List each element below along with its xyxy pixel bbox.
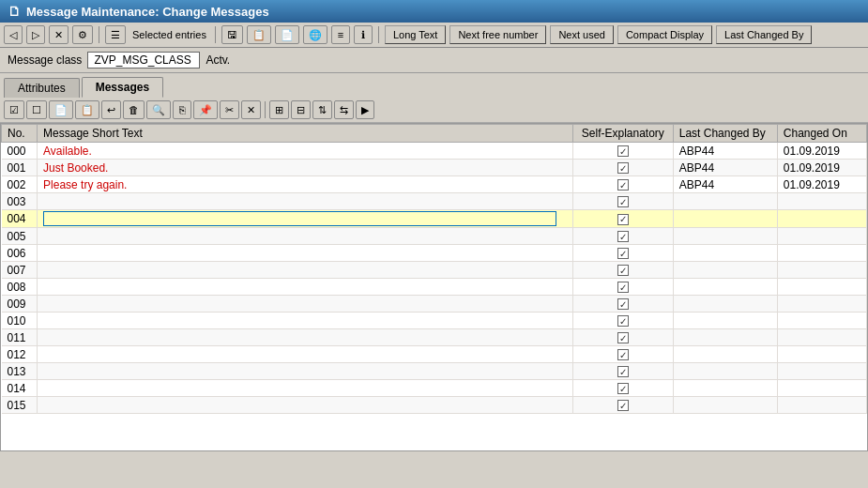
cell-self-explanatory[interactable] <box>572 313 673 329</box>
icon-btn-3[interactable]: 📄 <box>275 25 299 44</box>
selected-entries-icon-button[interactable]: ☰ <box>105 25 126 44</box>
table-sep1 <box>265 101 266 118</box>
sort1-icon: ⇅ <box>318 104 327 116</box>
self-explanatory-checkbox[interactable] <box>617 383 629 394</box>
self-explanatory-checkbox[interactable] <box>617 231 629 242</box>
table-btn-sort2[interactable]: ⇆ <box>334 100 354 119</box>
cell-no: 001 <box>2 160 38 176</box>
cell-no: 003 <box>2 193 38 210</box>
tab-messages[interactable]: Messages <box>82 77 163 98</box>
cell-changed-on <box>777 228 866 245</box>
table-row[interactable]: 007 <box>2 262 867 279</box>
last-changed-by-button[interactable]: Last Changed By <box>716 25 812 44</box>
msg-text-input[interactable] <box>43 211 556 226</box>
self-explanatory-checkbox[interactable] <box>617 282 629 293</box>
table-body: 000Available.ABP4401.09.2019001Just Book… <box>2 143 867 414</box>
table-btn-2[interactable]: ☐ <box>26 100 47 119</box>
self-explanatory-checkbox[interactable] <box>617 265 629 276</box>
self-explanatory-checkbox[interactable] <box>617 366 629 377</box>
self-explanatory-checkbox[interactable] <box>617 315 629 327</box>
table-row[interactable]: 006 <box>2 245 867 262</box>
back-button[interactable]: ◁ <box>4 25 23 44</box>
table-btn-sort1[interactable]: ⇅ <box>312 100 332 119</box>
table-btn-paste[interactable]: 📌 <box>193 100 218 119</box>
tab-attributes[interactable]: Attributes <box>4 78 80 98</box>
icon-btn-6[interactable]: ℹ <box>354 25 373 44</box>
self-explanatory-checkbox[interactable] <box>617 332 629 343</box>
icon-btn-5[interactable]: ≡ <box>331 25 350 44</box>
table-row[interactable]: 008 <box>2 279 867 296</box>
tabs-bar: Attributes Messages <box>0 73 868 98</box>
cell-msg-text[interactable] <box>38 210 573 228</box>
table-btn-5[interactable]: ↩ <box>101 100 121 119</box>
compact-display-button[interactable]: Compact Display <box>617 25 712 44</box>
self-explanatory-checkbox[interactable] <box>617 349 629 360</box>
cell-self-explanatory[interactable] <box>572 397 673 414</box>
cell-self-explanatory[interactable] <box>572 143 673 160</box>
cell-self-explanatory[interactable] <box>572 296 673 313</box>
cell-msg-text <box>38 346 573 363</box>
cell-self-explanatory[interactable] <box>572 245 673 262</box>
cell-self-explanatory[interactable] <box>572 210 673 228</box>
tb-icon-6: ℹ <box>361 29 365 41</box>
cell-self-explanatory[interactable] <box>572 279 673 296</box>
table-row[interactable]: 014 <box>2 380 867 397</box>
table-btn-more[interactable]: ▶ <box>356 100 374 119</box>
table-btn-find[interactable]: ⊞ <box>269 100 289 119</box>
icon-btn-1[interactable]: 🖫 <box>221 25 243 44</box>
cell-self-explanatory[interactable] <box>572 160 673 176</box>
self-explanatory-checkbox[interactable] <box>617 145 629 157</box>
forward-button[interactable]: ▷ <box>26 25 45 44</box>
cell-self-explanatory[interactable] <box>572 262 673 279</box>
table-btn-search[interactable]: 🔍 <box>146 100 171 119</box>
table-row[interactable]: 011 <box>2 329 867 346</box>
cell-self-explanatory[interactable] <box>572 228 673 245</box>
table-row[interactable]: 013 <box>2 363 867 380</box>
table-btn-1[interactable]: ☑ <box>4 100 24 119</box>
next-used-button[interactable]: Next used <box>550 25 614 44</box>
self-explanatory-checkbox[interactable] <box>617 179 629 191</box>
table-btn-copy[interactable]: ⎘ <box>173 100 191 119</box>
table-btn-del2[interactable]: ✕ <box>241 100 261 119</box>
icon-btn-2[interactable]: 📋 <box>247 25 271 44</box>
table-btn-3[interactable]: 📄 <box>49 100 73 119</box>
page-title: Message Maintenance: Change Messages <box>26 5 269 19</box>
self-explanatory-checkbox[interactable] <box>617 248 629 259</box>
cell-self-explanatory[interactable] <box>572 193 673 210</box>
command-button[interactable]: ⚙ <box>72 25 93 44</box>
table-row[interactable]: 001Just Booked.ABP4401.09.2019 <box>2 160 867 176</box>
icon-btn-4[interactable]: 🌐 <box>303 25 327 44</box>
cell-no: 006 <box>2 245 38 262</box>
self-explanatory-checkbox[interactable] <box>617 162 629 174</box>
cell-no: 009 <box>2 296 38 313</box>
table-row[interactable]: 015 <box>2 397 867 414</box>
cell-self-explanatory[interactable] <box>572 346 673 363</box>
self-explanatory-checkbox[interactable] <box>617 400 629 411</box>
table-btn-cut[interactable]: ✂ <box>220 100 239 119</box>
table-row[interactable]: 000Available.ABP4401.09.2019 <box>2 143 867 160</box>
cancel-button[interactable]: ✕ <box>49 25 69 44</box>
table-row[interactable]: 003 <box>2 193 867 210</box>
table-btn-4[interactable]: 📋 <box>75 100 99 119</box>
back-icon: ◁ <box>9 29 17 41</box>
cell-self-explanatory[interactable] <box>572 380 673 397</box>
cell-changed-on <box>777 193 866 210</box>
self-explanatory-checkbox[interactable] <box>617 214 629 225</box>
t-icon-4: 📋 <box>81 104 94 116</box>
table-row[interactable]: 002Please try again.ABP4401.09.2019 <box>2 176 867 193</box>
next-free-number-button[interactable]: Next free number <box>449 25 546 44</box>
table-btn-delete[interactable]: 🗑 <box>123 100 145 119</box>
cell-self-explanatory[interactable] <box>572 176 673 193</box>
long-text-button[interactable]: Long Text <box>385 25 447 44</box>
main-toolbar: ◁ ▷ ✕ ⚙ ☰ Selected entries 🖫 📋 📄 🌐 ≡ ℹ L… <box>0 23 868 48</box>
self-explanatory-checkbox[interactable] <box>617 298 629 310</box>
self-explanatory-checkbox[interactable] <box>617 196 629 207</box>
table-row[interactable]: 009 <box>2 296 867 313</box>
table-btn-find2[interactable]: ⊟ <box>291 100 311 119</box>
table-row[interactable]: 005 <box>2 228 867 245</box>
table-row[interactable]: 004 <box>2 210 867 228</box>
cell-self-explanatory[interactable] <box>572 329 673 346</box>
table-row[interactable]: 012 <box>2 346 867 363</box>
cell-self-explanatory[interactable] <box>572 363 673 380</box>
table-row[interactable]: 010 <box>2 313 867 329</box>
